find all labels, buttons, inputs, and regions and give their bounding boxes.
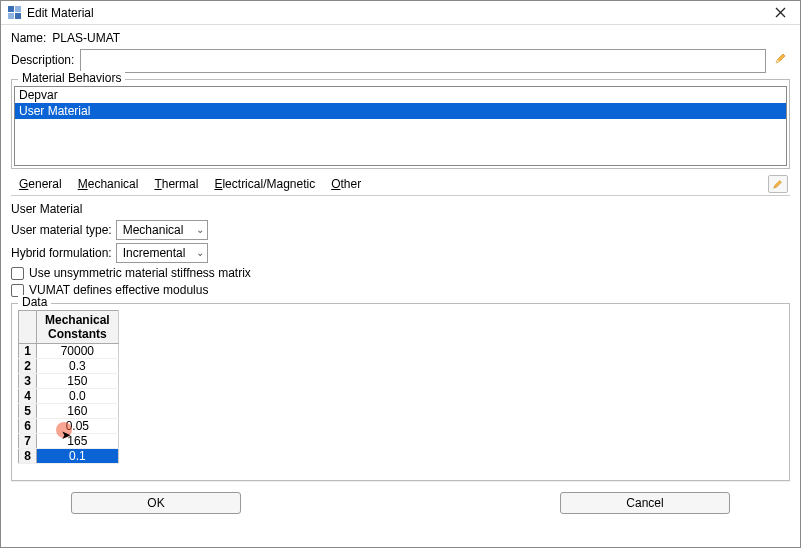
table-row[interactable]: 40.0: [19, 389, 119, 404]
cancel-button[interactable]: Cancel: [560, 492, 730, 514]
row-value[interactable]: 0.1: [37, 449, 119, 464]
row-number: 2: [19, 359, 37, 374]
behavior-item[interactable]: Depvar: [15, 87, 786, 103]
section-title: User Material: [11, 202, 790, 216]
dialog-buttons: OK Cancel: [11, 481, 790, 524]
hybrid-label: Hybrid formulation:: [11, 246, 112, 260]
edit-description-button[interactable]: [772, 49, 790, 67]
table-row[interactable]: 170000: [19, 344, 119, 359]
description-row: Description:: [11, 49, 790, 73]
close-button[interactable]: [766, 3, 794, 23]
behavior-menu: General Mechanical Thermal Electrical/Ma…: [11, 173, 790, 196]
unsymmetric-checkbox[interactable]: [11, 267, 24, 280]
behaviors-list[interactable]: DepvarUser Material: [14, 86, 787, 166]
row-number: 3: [19, 374, 37, 389]
row-number: 4: [19, 389, 37, 404]
behavior-item[interactable]: User Material: [15, 103, 786, 119]
table-row[interactable]: 3150: [19, 374, 119, 389]
data-header: MechanicalConstants: [37, 311, 119, 344]
table-row[interactable]: 60.05: [19, 419, 119, 434]
tab-mechanical[interactable]: Mechanical: [70, 174, 147, 194]
row-value[interactable]: 70000: [37, 344, 119, 359]
table-row[interactable]: 20.3: [19, 359, 119, 374]
window-title: Edit Material: [27, 6, 766, 20]
row-number: 1: [19, 344, 37, 359]
row-value[interactable]: 0.05: [37, 419, 119, 434]
row-value[interactable]: 0.0: [37, 389, 119, 404]
material-type-value: Mechanical: [123, 223, 184, 237]
chevron-down-icon: ⌄: [196, 247, 204, 258]
pencil-icon: [774, 51, 788, 65]
close-icon: [775, 7, 786, 18]
svg-rect-0: [8, 6, 14, 12]
tab-electrical[interactable]: Electrical/Magnetic: [206, 174, 323, 194]
vumat-row: VUMAT defines effective modulus: [11, 283, 790, 297]
data-table[interactable]: MechanicalConstants 17000020.3315040.051…: [18, 310, 119, 464]
unsymmetric-label: Use unsymmetric material stiffness matri…: [29, 266, 251, 280]
svg-rect-3: [15, 13, 21, 19]
data-legend: Data: [18, 295, 51, 309]
tab-other[interactable]: Other: [323, 174, 369, 194]
row-number: 5: [19, 404, 37, 419]
behavior-edit-button[interactable]: [768, 175, 788, 193]
row-number: 8: [19, 449, 37, 464]
name-row: Name: PLAS-UMAT: [11, 31, 790, 45]
row-value[interactable]: 160: [37, 404, 119, 419]
tab-general[interactable]: General: [11, 174, 70, 194]
titlebar: Edit Material: [1, 1, 800, 25]
vumat-label: VUMAT defines effective modulus: [29, 283, 208, 297]
app-icon: [7, 6, 21, 20]
description-input[interactable]: [80, 49, 766, 73]
svg-rect-2: [8, 13, 14, 19]
row-value[interactable]: 150: [37, 374, 119, 389]
tab-thermal[interactable]: Thermal: [146, 174, 206, 194]
material-behaviors-group: Material Behaviors DepvarUser Material: [11, 79, 790, 169]
material-type-label: User material type:: [11, 223, 112, 237]
row-value[interactable]: 165: [37, 434, 119, 449]
table-row[interactable]: 5160: [19, 404, 119, 419]
ok-button[interactable]: OK: [71, 492, 241, 514]
data-group: Data MechanicalConstants 17000020.331504…: [11, 303, 790, 481]
row-number: 6: [19, 419, 37, 434]
row-value[interactable]: 0.3: [37, 359, 119, 374]
row-number: 7: [19, 434, 37, 449]
name-value: PLAS-UMAT: [52, 31, 120, 45]
material-behaviors-legend: Material Behaviors: [18, 71, 125, 85]
pencil-icon: [772, 178, 784, 190]
hybrid-select[interactable]: Incremental ⌄: [116, 243, 208, 263]
unsymmetric-row: Use unsymmetric material stiffness matri…: [11, 266, 790, 280]
table-row[interactable]: 7165: [19, 434, 119, 449]
material-type-select[interactable]: Mechanical ⌄: [116, 220, 208, 240]
material-type-row: User material type: Mechanical ⌄: [11, 220, 790, 240]
table-row[interactable]: 80.1: [19, 449, 119, 464]
name-label: Name:: [11, 31, 46, 45]
hybrid-row: Hybrid formulation: Incremental ⌄: [11, 243, 790, 263]
hybrid-value: Incremental: [123, 246, 186, 260]
chevron-down-icon: ⌄: [196, 224, 204, 235]
description-label: Description:: [11, 49, 74, 67]
svg-rect-1: [15, 6, 21, 12]
